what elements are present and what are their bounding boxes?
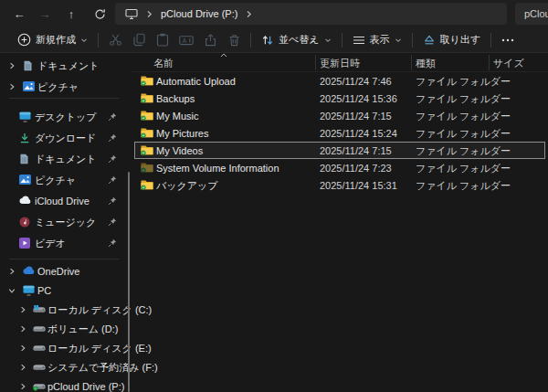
sidebar-item-icloud-drive[interactable]: iCloud Drive [0,192,127,210]
eject-button-label: 取り出す [440,33,481,47]
sidebar-item-label: pCloud Drive (P:) [47,380,124,392]
eject-button[interactable]: 取り出す [417,29,487,51]
search-input[interactable]: pCloud [515,3,548,25]
more-options-button[interactable] [496,29,520,51]
copy-button[interactable] [127,29,151,51]
sidebar-item-pictures-top[interactable]: ピクチャ [0,78,127,96]
sidebar-item-pictures[interactable]: ピクチャ [0,171,127,189]
file-row[interactable]: Backups 2025/11/24 15:36 ファイル フォルダー [131,90,548,107]
chevron-down-icon [80,37,88,44]
search-text: pCloud [524,8,548,19]
sidebar-item-onedrive[interactable]: OneDrive [0,262,127,281]
toolbar-divider [412,33,413,48]
pin-icon [108,217,117,227]
sidebar-item-volume-d[interactable]: ボリューム (D:) [0,320,127,338]
file-type: ファイル フォルダー [416,179,511,192]
file-name: System Volume Information [156,162,279,175]
sort-button[interactable]: 並べ替え [256,29,337,51]
videos-icon [19,238,30,249]
sidebar-item-desktop[interactable]: デスクトップ [0,108,127,126]
breadcrumb-chevron-icon [146,10,153,18]
rename-button[interactable]: A [174,29,198,51]
pictures-icon [23,81,35,91]
column-resize-handle[interactable] [411,55,412,70]
up-button[interactable]: ↑ [59,3,83,25]
toolbar-divider [342,33,342,48]
chevron-right-icon[interactable] [19,383,26,390]
file-type: ファイル フォルダー [416,127,511,140]
sidebar-item-documents-top[interactable]: ドキュメント [0,57,127,75]
share-button[interactable] [198,29,222,51]
breadcrumb-chevron-icon[interactable] [246,10,252,18]
file-row[interactable]: My Music 2025/11/24 7:15 ファイル フォルダー [131,107,548,124]
file-row[interactable]: My Pictures 2025/11/24 15:24 ファイル フォルダー [131,124,548,142]
sort-icon [261,34,274,47]
pictures-icon [19,175,31,185]
sidebar-item-label: ダウンロード [35,132,96,144]
chevron-down-icon[interactable] [8,287,16,294]
delete-button[interactable] [222,29,246,51]
breadcrumb[interactable]: pCloud Drive (P:) [161,8,237,19]
sidebar-item-label: ミュージック [35,216,96,228]
sidebar-item-local-disk-e[interactable]: ローカル ディスク (E:) [0,339,127,357]
back-button[interactable]: ← [7,3,31,25]
chevron-right-icon[interactable] [8,268,16,275]
column-header-size[interactable]: サイズ [493,57,524,70]
folder-sync-icon [141,127,153,138]
documents-icon [19,154,29,164]
file-type: ファイル フォルダー [416,75,511,88]
view-button[interactable]: 表示 [347,29,407,51]
file-row-selected[interactable]: My Videos 2025/11/24 7:15 ファイル フォルダー [131,142,548,159]
toolbar-divider [490,33,491,48]
drive-icon [33,323,46,334]
sidebar-item-documents[interactable]: ドキュメント [0,150,127,168]
sidebar-item-label: ピクチャ [35,174,76,186]
sidebar-item-pc[interactable]: PC [0,281,127,300]
folder-sync-icon [141,179,153,190]
sidebar-item-music[interactable]: ミュージック [0,213,127,231]
file-row[interactable]: Automatic Upload 2025/11/24 7:46 ファイル フォ… [131,72,548,90]
chevron-right-icon[interactable] [19,306,26,313]
sidebar-item-videos[interactable]: ビデオ [0,234,127,252]
file-row[interactable]: System Volume Information 2025/11/24 7:2… [131,159,548,176]
paste-button[interactable] [151,29,174,51]
file-modified: 2025/11/24 7:15 [320,144,392,157]
address-bar[interactable]: pCloud Drive (P:) [115,3,507,25]
chevron-right-icon[interactable] [8,83,16,90]
folder-sync-icon [141,110,153,121]
chevron-down-icon [324,37,332,44]
sidebar-scrollbar[interactable] [128,172,130,392]
drive-icon [33,362,46,372]
chevron-right-icon[interactable] [8,62,16,69]
sidebar-item-pcloud-drive-p[interactable]: pCloud Drive (P:) [0,377,127,392]
chevron-right-icon[interactable] [19,344,26,352]
file-name: バックアップ [156,179,218,192]
file-name: My Pictures [156,127,208,140]
command-toolbar: 新規作成 A 並べ替え 表示 [0,27,548,53]
sidebar-item-system-reserved-f[interactable]: システムで予約済み (F:) [0,358,127,376]
forward-button[interactable]: → [33,3,57,25]
svg-text:A: A [182,37,186,43]
copy-icon [132,33,146,47]
column-resize-handle[interactable] [489,55,490,70]
column-resize-handle[interactable] [315,55,316,70]
refresh-button[interactable] [88,3,111,25]
column-header-row: 名前 更新日時 種類 サイズ [131,53,548,72]
sidebar-item-downloads[interactable]: ダウンロード [0,129,127,147]
file-row[interactable]: バックアップ 2025/11/24 15:31 ファイル フォルダー [131,176,548,194]
cut-button[interactable] [103,29,127,51]
new-button[interactable]: 新規作成 [12,29,93,51]
sidebar-item-local-disk-c[interactable]: ローカル ディスク (C:) [0,301,127,319]
file-list-pane: 名前 更新日時 種類 サイズ Automatic Upload 2025/11/… [131,53,548,392]
sidebar-item-label: ドキュメント [37,59,100,72]
sort-button-label: 並べ替え [279,33,320,47]
drive-pcloud-icon [33,381,46,391]
column-header-name[interactable]: 名前 [153,57,174,70]
file-modified: 2025/11/24 7:46 [320,75,392,88]
file-modified: 2025/11/24 7:23 [320,162,392,175]
file-modified: 2025/11/24 15:24 [320,127,397,140]
chevron-right-icon[interactable] [19,364,26,371]
column-header-type[interactable]: 種類 [416,57,436,70]
chevron-right-icon[interactable] [19,325,26,333]
column-header-modified[interactable]: 更新日時 [320,57,360,70]
